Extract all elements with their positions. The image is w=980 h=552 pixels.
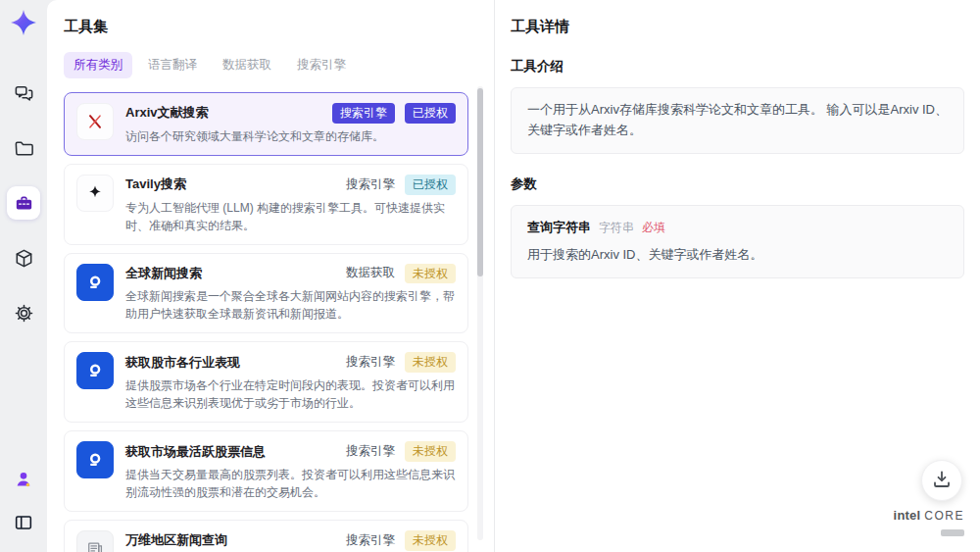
tool-category-badge: 搜索引擎 [346,354,395,371]
param-required-badge: 必填 [642,219,665,237]
tool-category-badge: 搜索引擎 [346,532,395,549]
details-title: 工具详情 [511,18,964,36]
download-button[interactable] [921,460,962,501]
tool-category-badge: 数据获取 [346,265,395,281]
tool-description: 提供当天交易量最高的股票列表。投资者可以利用这些信息来识别流动性强的股票和潜在的… [125,466,456,501]
tool-auth-badge: 已授权 [405,103,456,124]
param-description: 用于搜索的Arxiv ID、关键字或作者姓名。 [527,245,948,266]
user-icon [13,469,34,490]
bocha-search-icon [76,352,114,389]
tool-details-panel: 工具详情 工具介绍 一个用于从Arxiv存储库搜索科学论文和文章的工具。 输入可… [495,0,980,552]
app-window: 工具集 所有类别语言翻译数据获取搜索引擎 Arxiv文献搜索搜索引擎已授权访问各… [0,0,980,552]
download-icon [930,468,954,494]
settings-icon [13,302,35,325]
tool-description: 提供股票市场各个行业在特定时间段内的表现。投资者可以利用这些信息来识别表现优于或… [125,376,456,412]
scrollbar-thumb[interactable] [477,88,483,276]
param-card: 查询字符串 字符串 必填 用于搜索的Arxiv ID、关键字或作者姓名。 [511,205,964,279]
param-type: 字符串 [599,219,634,237]
sidebar-item-settings[interactable] [7,296,40,329]
intro-text: 一个用于从Arxiv存储库搜索科学论文和文章的工具。 输入可以是Arxiv ID… [527,102,948,137]
tool-card[interactable]: 全球新闻搜索数据获取未授权全球新闻搜索是一个聚合全球各大新闻网站内容的搜索引擎，… [64,253,468,334]
tool-category-badge: 搜索引擎 [346,176,395,193]
tool-description: 访问各个研究领域大量科学论文和文章的存储库。 [125,127,456,145]
folder-icon [13,137,35,160]
intel-ultra-badge [941,529,964,536]
tools-panel: 工具集 所有类别语言翻译数据获取搜索引擎 Arxiv文献搜索搜索引擎已授权访问各… [47,0,495,552]
tool-category-badge: 搜索引擎 [332,103,395,124]
collapse-panel-icon [13,512,34,533]
main-surface: 工具集 所有类别语言翻译数据获取搜索引擎 Arxiv文献搜索搜索引擎已授权访问各… [47,0,980,552]
sidebar-item-folder[interactable] [7,131,40,165]
intel-core-logo: intel CORE [894,508,964,540]
tool-card[interactable]: Arxiv文献搜索搜索引擎已授权访问各个研究领域大量科学论文和文章的存储库。 [64,92,468,156]
tool-description: 全球新闻搜索是一个聚合全球各大新闻网站内容的搜索引擎，帮助用户快速获取全球最新资… [125,287,456,323]
bocha-search-icon [76,264,114,301]
intel-brand-text: intel [894,508,921,523]
app-logo[interactable] [10,11,37,38]
intro-heading: 工具介绍 [511,58,964,75]
sidebar-item-user[interactable] [7,463,40,496]
tools-list: Arxiv文献搜索搜索引擎已授权访问各个研究领域大量科学论文和文章的存储库。Ta… [64,92,468,552]
core-brand-text: CORE [924,509,964,523]
tool-name: Tavily搜索 [125,176,186,193]
sidebar-bottom [7,458,40,544]
bocha-search-icon [76,441,114,478]
cube-icon [13,247,35,270]
tool-card[interactable]: Tavily搜索搜索引擎已授权专为人工智能代理 (LLM) 构建的搜索引擎工具。… [64,164,468,245]
tavily-icon [76,175,114,212]
tool-name: Arxiv文献搜索 [125,104,209,122]
tool-name: 全球新闻搜索 [125,265,202,282]
tool-auth-badge: 未授权 [405,441,456,462]
params-heading: 参数 [511,176,964,193]
sidebar-item-cube[interactable] [7,241,40,275]
tool-name: 获取股市各行业表现 [125,354,240,372]
tool-description: 专为人工智能代理 (LLM) 构建的搜索引擎工具。可快速提供实时、准确和真实的结… [125,199,456,234]
tool-card[interactable]: 获取市场最活跃股票信息搜索引擎未授权提供当天交易量最高的股票列表。投资者可以利用… [64,430,468,512]
category-tabs: 所有类别语言翻译数据获取搜索引擎 [64,52,494,78]
tool-name: 万维地区新闻查询 [125,531,227,549]
tab-category-3[interactable]: 搜索引擎 [287,52,356,78]
list-scrollbar [477,86,483,540]
chat-icon [13,82,35,105]
param-name: 查询字符串 [527,218,591,238]
arxiv-icon [76,103,114,140]
sidebar-nav [7,66,40,340]
intro-card: 一个用于从Arxiv存储库搜索科学论文和文章的工具。 输入可以是Arxiv ID… [511,87,964,154]
tool-auth-badge: 未授权 [405,264,456,284]
news-icon [76,530,114,552]
sidebar-item-toolbox[interactable] [7,186,40,220]
tool-auth-badge: 未授权 [405,352,456,373]
sidebar [0,0,47,552]
tool-name: 获取市场最活跃股票信息 [125,443,266,461]
tool-auth-badge: 已授权 [405,175,456,195]
tool-category-badge: 搜索引擎 [346,443,395,460]
sidebar-item-collapse-panel[interactable] [7,506,40,539]
sidebar-item-chat[interactable] [7,76,40,110]
tab-category-1[interactable]: 语言翻译 [138,52,207,78]
tab-category-0[interactable]: 所有类别 [64,52,132,78]
tool-card[interactable]: 万维地区新闻查询搜索引擎未授权查询具体行政区划内的新闻，快速了解各地新闻动 [64,520,468,552]
app-logo-star-icon [10,9,37,40]
tool-card[interactable]: 获取股市各行业表现搜索引擎未授权提供股票市场各个行业在特定时间段内的表现。投资者… [64,341,468,423]
tab-category-2[interactable]: 数据获取 [213,52,281,78]
tools-panel-title: 工具集 [64,18,494,36]
tool-auth-badge: 未授权 [405,530,456,551]
toolbox-icon [13,192,35,215]
